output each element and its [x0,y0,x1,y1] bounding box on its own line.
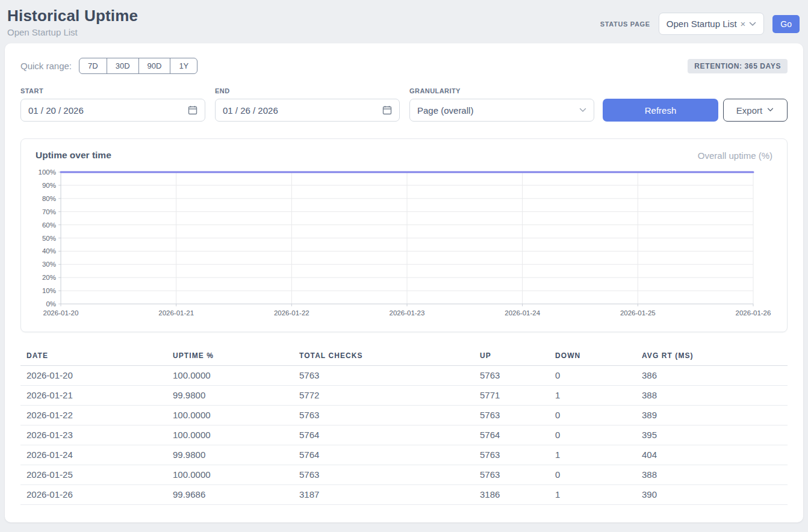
uptime-chart-card: Uptime over time Overall uptime (%) 0%10… [20,138,788,332]
table-cell: 100.0000 [167,425,293,445]
svg-text:2026-01-24: 2026-01-24 [505,309,540,317]
table-cell: 5764 [474,425,549,445]
end-date-field: END 01 / 26 / 2026 [215,87,400,122]
column-header: TOTAL CHECKS [293,348,474,366]
quick-range-row: Quick range: 7D30D90D1Y RETENTION: 365 D… [20,58,788,74]
page-subtitle: Open Startup List [7,27,138,37]
column-header: DATE [20,348,167,366]
table-cell: 5763 [474,366,549,386]
table-cell: 2026-01-21 [20,386,167,406]
table-cell: 5763 [293,406,474,425]
retention-badge: RETENTION: 365 DAYS [688,59,788,73]
calendar-icon[interactable] [382,105,392,115]
table-body: 2026-01-20100.00005763576303862026-01-21… [20,366,788,505]
table-cell: 0 [549,366,636,386]
svg-text:90%: 90% [42,182,56,189]
table-cell: 5763 [293,366,474,386]
quick-range-button-1y[interactable]: 1Y [170,58,197,74]
uptime-table: DATEUPTIME %TOTAL CHECKSUPDOWNAVG RT (MS… [20,348,788,505]
svg-text:80%: 80% [42,195,56,202]
granularity-select[interactable]: Page (overall) [409,99,594,122]
title-block: Historical Uptime Open Startup List [7,7,138,37]
table-cell: 99.9800 [167,386,293,406]
page-header: Historical Uptime Open Startup List STAT… [0,0,808,43]
header-controls: STATUS PAGE Open Startup List × Go [600,13,800,35]
table-cell: 2026-01-24 [20,445,167,465]
uptime-line-chart: 0%10%20%30%40%50%60%70%80%90%100%2026-01… [36,167,772,324]
granularity-selected-value: Page (overall) [417,105,473,116]
start-date-value: 01 / 20 / 2026 [28,105,84,116]
table-row: 2026-01-23100.0000576457640395 [20,425,788,445]
svg-text:30%: 30% [42,261,56,268]
svg-text:10%: 10% [42,287,56,294]
table-cell: 1 [549,445,636,465]
calendar-icon[interactable] [188,105,197,115]
page-title: Historical Uptime [7,7,138,25]
svg-text:60%: 60% [42,221,56,229]
table-cell: 1 [549,386,636,406]
table-row: 2026-01-22100.0000576357630389 [20,406,788,425]
column-header: UPTIME % [167,348,293,366]
svg-text:2026-01-20: 2026-01-20 [43,309,79,317]
chevron-down-icon [749,22,756,26]
start-date-input[interactable]: 01 / 20 / 2026 [20,99,205,122]
table-cell: 99.9800 [167,445,293,465]
status-page-selected-value: Open Startup List [667,19,737,29]
export-button[interactable]: Export [723,99,788,122]
table-cell: 2026-01-23 [20,425,167,445]
chevron-down-icon [579,108,586,113]
granularity-label: GRANULARITY [409,87,594,94]
svg-text:50%: 50% [42,235,56,242]
table-cell: 5772 [293,386,474,406]
quick-range-button-90d[interactable]: 90D [138,58,171,74]
end-date-value: 01 / 26 / 2026 [223,105,278,116]
status-page-select[interactable]: Open Startup List × [659,13,765,35]
svg-text:20%: 20% [42,274,56,281]
quick-range-button-group: 7D30D90D1Y [79,58,197,74]
table-cell: 0 [549,465,636,485]
svg-text:2026-01-26: 2026-01-26 [736,309,771,317]
table-header: DATEUPTIME %TOTAL CHECKSUPDOWNAVG RT (MS… [20,348,788,366]
start-date-field: START 01 / 20 / 2026 [20,87,205,122]
quick-range-label: Quick range: [20,61,72,71]
clear-selection-icon[interactable]: × [741,19,746,28]
quick-range-button-7d[interactable]: 7D [79,58,107,74]
svg-text:2026-01-22: 2026-01-22 [274,309,309,317]
main-panel: Quick range: 7D30D90D1Y RETENTION: 365 D… [5,43,803,522]
table-cell: 389 [636,406,788,425]
table-cell: 2026-01-26 [20,485,167,505]
svg-text:2026-01-21: 2026-01-21 [158,309,194,317]
go-button[interactable]: Go [772,15,800,33]
status-page-label: STATUS PAGE [600,20,650,28]
chart-title: Uptime over time [36,150,111,161]
svg-text:2026-01-23: 2026-01-23 [390,309,425,317]
table-cell: 2026-01-25 [20,465,167,485]
end-date-input[interactable]: 01 / 26 / 2026 [215,99,400,122]
table-cell: 100.0000 [167,465,293,485]
column-header: DOWN [549,348,636,366]
svg-text:100%: 100% [39,169,56,176]
table-cell: 5764 [293,445,474,465]
table-cell: 99.9686 [167,485,293,505]
granularity-field: GRANULARITY Page (overall) [409,87,594,122]
refresh-button[interactable]: Refresh [603,99,718,122]
table-cell: 3186 [474,485,549,505]
start-date-label: START [20,87,205,94]
table-cell: 386 [636,366,788,386]
export-button-label: Export [736,105,762,116]
svg-text:70%: 70% [42,208,56,215]
column-header: AVG RT (MS) [636,348,788,366]
table-row: 2026-01-2699.9686318731861390 [20,485,788,505]
table-cell: 2026-01-20 [20,366,167,386]
table-cell: 5763 [474,406,549,425]
table-cell: 404 [636,445,788,465]
table-row: 2026-01-2199.9800577257711388 [20,386,788,406]
table-cell: 5763 [293,465,474,485]
quick-range-button-30d[interactable]: 30D [107,58,139,74]
table-cell: 1 [549,485,636,505]
table-cell: 2026-01-22 [20,406,167,425]
table-cell: 5763 [474,465,549,485]
table-cell: 5763 [474,445,549,465]
end-date-label: END [215,87,400,94]
table-cell: 5764 [293,425,474,445]
